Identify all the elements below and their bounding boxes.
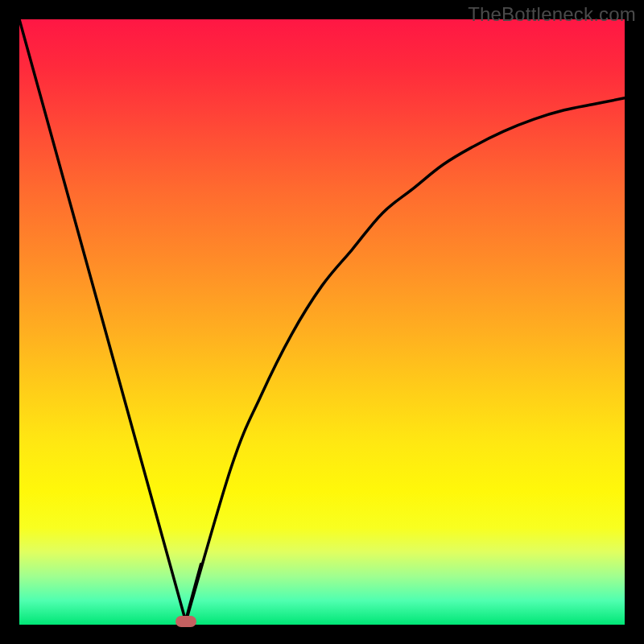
optimal-point-marker — [175, 616, 196, 627]
bottleneck-curve — [19, 19, 625, 625]
watermark-text: TheBottleneck.com — [468, 3, 636, 26]
chart-plot-area — [19, 19, 625, 625]
